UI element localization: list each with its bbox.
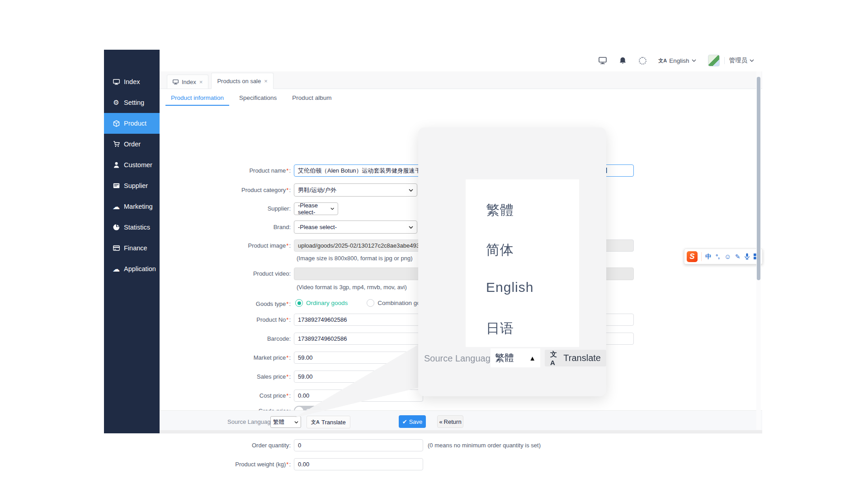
chevron-down-icon (409, 225, 413, 230)
language-option[interactable]: 简体 (486, 241, 514, 259)
divider (724, 57, 725, 64)
sidebar-item-order[interactable]: Order (104, 134, 160, 155)
sidebar-item-label: Setting (124, 99, 144, 106)
sidebar-item-index[interactable]: Index (104, 71, 160, 92)
back-icon: « (439, 418, 442, 425)
box-icon (113, 120, 120, 127)
ime-toolbar: S 中 °, ☺ ✎ (684, 249, 763, 264)
radio-ordinary-goods[interactable]: Ordinary goods (295, 299, 348, 307)
tab-product-album[interactable]: Product album (287, 90, 337, 105)
gear-icon: ⚙ (113, 99, 120, 106)
sidebar-item-product[interactable]: Product (104, 113, 160, 134)
loading-spinner-icon[interactable] (638, 56, 646, 65)
sogou-logo-icon[interactable]: S (687, 251, 698, 262)
sidebar-item-label: Product (124, 120, 146, 127)
field-label: Product weight (kg)*: (160, 458, 291, 470)
radio-dot (295, 299, 303, 307)
sidebar-item-marketing[interactable]: ☁Marketing (104, 196, 160, 217)
monitor-icon (173, 80, 179, 84)
video-hint: (Video format is 3gp, mp4, rmvb, mov, av… (297, 284, 407, 291)
translate-button[interactable]: 文ATranslate (307, 416, 350, 428)
avatar[interactable] (708, 55, 720, 66)
sidebar-item-label: Supplier (124, 182, 148, 189)
language-switcher[interactable]: 文A English (658, 57, 696, 64)
field-label: Product video: (160, 267, 291, 280)
user-menu[interactable]: 管理员 (729, 56, 755, 65)
save-button[interactable]: ✔Save (399, 415, 426, 428)
pie-icon (113, 224, 120, 231)
sidebar-item-label: Customer (124, 161, 152, 169)
sidebar: Index⚙SettingProductOrderCustomerSupplie… (104, 50, 160, 433)
order-quantity-hint: (0 means no minimum order quantity is se… (428, 439, 541, 451)
return-button[interactable]: «Return (437, 415, 463, 428)
credit-card-icon (113, 244, 120, 252)
cloud-icon: ☁ (113, 203, 120, 210)
punctuation-icon[interactable]: °, (715, 253, 721, 260)
language-option[interactable]: 日语 (486, 319, 514, 338)
chinese-mode-icon[interactable]: 中 (705, 253, 711, 261)
language-option[interactable]: 繁體 (486, 201, 514, 220)
cloud-icon: ☁ (113, 265, 120, 272)
person-icon (113, 161, 120, 169)
sidebar-item-label: Application (124, 265, 156, 272)
gear-icon: ⚙ (113, 99, 119, 107)
field-label: Product image*: (160, 239, 291, 252)
translate-button[interactable]: 文ATranslate (545, 350, 606, 366)
field-label: Product No*: (160, 314, 291, 326)
tab-label: Index (182, 79, 196, 85)
field-label: Brand: (160, 221, 291, 234)
close-icon[interactable]: × (264, 78, 268, 84)
translate-icon: 文A (658, 57, 667, 64)
translate-icon: 文A (550, 350, 561, 366)
chevron-down-icon (409, 188, 413, 192)
bell-icon[interactable] (618, 56, 627, 65)
source-language-select[interactable]: 繁體▲ (491, 348, 540, 367)
pencil-icon[interactable]: ✎ (735, 253, 741, 260)
cloud-icon: ☁ (113, 265, 120, 273)
source-language-label: Source Language (227, 418, 274, 425)
scrollbar-thumb[interactable] (757, 77, 760, 280)
sidebar-item-setting[interactable]: ⚙Setting (104, 92, 160, 113)
image-hint: (Image size is 800x800, format is jpg or… (297, 255, 413, 262)
brand-select[interactable]: -Please select- (294, 221, 417, 234)
order-quantity-input[interactable] (294, 439, 423, 451)
microphone-icon[interactable] (744, 253, 750, 260)
source-language-label: Source Language (424, 353, 495, 364)
user-label: 管理员 (729, 56, 748, 65)
language-magnifier-popup: 繁體简体English日语 Source Language 繁體▲ 文ATran… (418, 127, 606, 396)
sidebar-item-supplier[interactable]: Supplier (104, 175, 160, 196)
supplier-select[interactable]: -Please select- (294, 202, 338, 215)
tab-index[interactable]: Index × (167, 75, 208, 89)
language-label: English (669, 57, 689, 64)
sidebar-item-application[interactable]: ☁Application (104, 258, 160, 279)
sidebar-item-statistics[interactable]: Statistics (104, 217, 160, 238)
emoji-icon[interactable]: ☺ (724, 253, 731, 260)
sidebar-item-label: Order (124, 141, 141, 148)
field-label: Supplier: (160, 202, 291, 215)
sidebar-item-customer[interactable]: Customer (104, 155, 160, 175)
sidebar-item-finance[interactable]: Finance (104, 238, 160, 258)
tab-label: Products on sale (217, 78, 261, 84)
tab-products-on-sale[interactable]: Products on sale × (211, 73, 273, 89)
tab-product-information[interactable]: Product information (165, 90, 229, 105)
language-option[interactable]: English (486, 280, 533, 295)
sidebar-item-label: Statistics (124, 224, 150, 231)
sidebar-item-label: Index (124, 78, 140, 85)
window-bottom-edge (160, 430, 762, 433)
translate-icon: 文A (311, 419, 320, 426)
field-label: Product category*: (160, 183, 291, 197)
product-weight-input[interactable] (294, 458, 423, 470)
field-label: Product name*: (160, 164, 291, 177)
close-icon[interactable]: × (199, 79, 203, 85)
category-select[interactable]: 男鞋/运动/户外 (294, 183, 417, 197)
field-label: Cost price*: (160, 389, 291, 402)
chevron-down-icon (294, 420, 298, 424)
field-label: Goods type*: (160, 299, 291, 309)
language-options-list: 繁體简体English日语 (466, 179, 579, 347)
tab-specifications[interactable]: Specifications (234, 90, 282, 105)
source-language-select[interactable]: 繁體 (270, 416, 301, 428)
field-label: Market price*: (160, 352, 291, 364)
app-window: Index⚙SettingProductOrderCustomerSupplie… (104, 50, 762, 433)
monitor-icon[interactable] (599, 56, 607, 65)
sidebar-item-label: Marketing (124, 203, 153, 210)
